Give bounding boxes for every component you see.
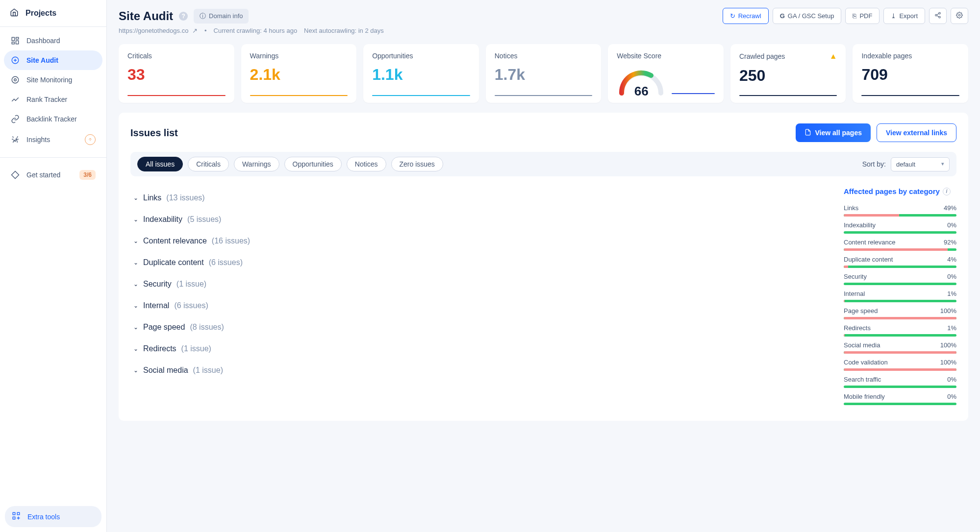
sidebar-item-label: Site Audit: [26, 56, 58, 64]
category-row[interactable]: Social media 100%: [844, 341, 956, 354]
sort-controls: Sort by: default: [862, 157, 950, 171]
category-name: Search traffic: [844, 376, 881, 383]
sidebar-item-label: Get started: [26, 171, 60, 179]
domain-info-button[interactable]: ⓘ Domain info: [194, 9, 249, 24]
chevron-down-icon: ⌄: [133, 216, 138, 223]
stat-label: Crawled pages ▲: [739, 52, 837, 61]
view-all-pages-button[interactable]: View all pages: [796, 123, 871, 142]
extra-tools-button[interactable]: Extra tools: [5, 506, 101, 527]
sidebar-secondary: Get started 3/6: [0, 161, 106, 189]
sidebar-projects-header[interactable]: Projects: [0, 0, 106, 27]
issue-group-row[interactable]: ⌄ Redirects (1 issue): [130, 338, 824, 360]
sidebar-item-insights[interactable]: Insights: [4, 129, 102, 150]
pdf-button[interactable]: ⎘ PDF: [845, 8, 879, 24]
stat-crawled-pages[interactable]: Crawled pages ▲ 250: [730, 44, 846, 103]
chevron-down-icon: ⌄: [133, 324, 138, 331]
category-row[interactable]: Internal 1%: [844, 290, 956, 302]
stat-label: Criticals: [127, 52, 226, 60]
issue-group-row[interactable]: ⌄ Social media (1 issue): [130, 360, 824, 381]
sort-select[interactable]: default: [891, 157, 950, 171]
category-row[interactable]: Mobile friendly 0%: [844, 393, 956, 405]
filter-all-issues[interactable]: All issues: [137, 157, 183, 171]
sidebar-nav: Dashboard Site Audit Site Monitoring Ran…: [0, 27, 106, 154]
stat-line: [495, 95, 593, 96]
issue-group-row[interactable]: ⌄ Indexability (5 issues): [130, 209, 824, 230]
category-percent: 100%: [940, 341, 956, 349]
category-bar-fill: [844, 248, 948, 251]
stat-indexable-pages[interactable]: Indexable pages 709: [853, 44, 968, 103]
issue-group-count: (8 issues): [190, 323, 224, 332]
issue-group-row[interactable]: ⌄ Links (13 issues): [130, 187, 824, 209]
sidebar-item-site-audit[interactable]: Site Audit: [4, 50, 102, 70]
filter-notices[interactable]: Notices: [347, 157, 386, 171]
page-header: Site Audit ? ⓘ Domain info ↻ Recrawl G G…: [119, 8, 968, 24]
issue-group-row[interactable]: ⌄ Page speed (8 issues): [130, 316, 824, 338]
sidebar-item-dashboard[interactable]: Dashboard: [4, 31, 102, 50]
sidebar-item-site-monitoring[interactable]: Site Monitoring: [4, 70, 102, 90]
category-name: Page speed: [844, 307, 878, 314]
share-button[interactable]: [929, 8, 947, 24]
category-bar: [844, 368, 956, 371]
sidebar: Projects Dashboard Site Audit Site Monit…: [0, 0, 107, 532]
sidebar-item-label: Dashboard: [26, 37, 60, 45]
sidebar-item-get-started[interactable]: Get started 3/6: [4, 165, 102, 185]
extra-tools-icon: [12, 511, 21, 522]
next-crawling-info: Next autocrawling: in 2 days: [304, 27, 384, 34]
sidebar-item-backlink-tracker[interactable]: Backlink Tracker: [4, 109, 102, 129]
issue-group-name: Social media: [143, 366, 188, 375]
category-row[interactable]: Redirects 1%: [844, 324, 956, 337]
stat-criticals[interactable]: Criticals 33: [119, 44, 234, 103]
svg-rect-8: [17, 512, 20, 515]
affected-pages-title[interactable]: Affected pages by category i: [844, 187, 956, 195]
issue-group-row[interactable]: ⌄ Security (1 issue): [130, 273, 824, 295]
category-row[interactable]: Code validation 100%: [844, 359, 956, 371]
domain-url[interactable]: https://gonetothedogs.co ↗: [119, 27, 198, 34]
sort-label: Sort by:: [862, 160, 886, 168]
recrawl-button[interactable]: ↻ Recrawl: [723, 8, 769, 24]
settings-button[interactable]: [951, 8, 968, 24]
chevron-down-icon: ⌄: [133, 281, 138, 288]
view-external-links-button[interactable]: View external links: [877, 123, 956, 142]
issue-group-name: Links: [143, 193, 161, 202]
issue-group-count: (16 issues): [212, 237, 250, 245]
external-link-icon: ↗: [192, 27, 198, 34]
category-name: Redirects: [844, 324, 871, 332]
issues-body: ⌄ Links (13 issues) ⌄ Indexability (5 is…: [130, 187, 956, 410]
filter-opportunities[interactable]: Opportunities: [284, 157, 342, 171]
category-row[interactable]: Indexability 0%: [844, 221, 956, 234]
category-bar-fill: [844, 351, 956, 354]
stat-website-score[interactable]: Website Score 66: [608, 44, 724, 103]
progress-badge: 3/6: [79, 170, 96, 180]
help-icon[interactable]: ?: [179, 12, 188, 21]
stat-notices[interactable]: Notices 1.7k: [486, 44, 602, 103]
category-row[interactable]: Search traffic 0%: [844, 376, 956, 388]
stat-warnings[interactable]: Warnings 2.1k: [241, 44, 357, 103]
issue-group-row[interactable]: ⌄ Internal (6 issues): [130, 295, 824, 316]
domain-info-label: Domain info: [209, 12, 243, 20]
category-row[interactable]: Security 0%: [844, 273, 956, 285]
sidebar-item-label: Rank Tracker: [26, 96, 67, 103]
category-name: Social media: [844, 341, 880, 349]
export-label: Export: [899, 12, 918, 20]
dashboard-icon: [11, 36, 20, 45]
sidebar-item-rank-tracker[interactable]: Rank Tracker: [4, 90, 102, 109]
category-row[interactable]: Page speed 100%: [844, 307, 956, 319]
extra-tools-label: Extra tools: [27, 513, 60, 521]
stat-label: Website Score: [617, 52, 715, 60]
category-row[interactable]: Content relevance 92%: [844, 239, 956, 251]
sub-info: https://gonetothedogs.co ↗ • Current cra…: [119, 27, 968, 34]
svg-point-11: [935, 14, 937, 16]
stat-line: [372, 95, 470, 96]
filter-zero-issues[interactable]: Zero issues: [391, 157, 443, 171]
home-icon: [10, 8, 19, 19]
category-row[interactable]: Links 49%: [844, 204, 956, 217]
category-row[interactable]: Duplicate content 4%: [844, 256, 956, 268]
filter-criticals[interactable]: Criticals: [188, 157, 229, 171]
export-button[interactable]: ⤓ Export: [883, 8, 925, 24]
ga-gsc-button[interactable]: G GA / GSC Setup: [773, 8, 842, 24]
issue-group-row[interactable]: ⌄ Content relevance (16 issues): [130, 230, 824, 252]
issue-group-row[interactable]: ⌄ Duplicate content (6 issues): [130, 252, 824, 273]
issues-groups: ⌄ Links (13 issues) ⌄ Indexability (5 is…: [130, 187, 824, 410]
stat-opportunities[interactable]: Opportunities 1.1k: [363, 44, 479, 103]
filter-warnings[interactable]: Warnings: [234, 157, 279, 171]
